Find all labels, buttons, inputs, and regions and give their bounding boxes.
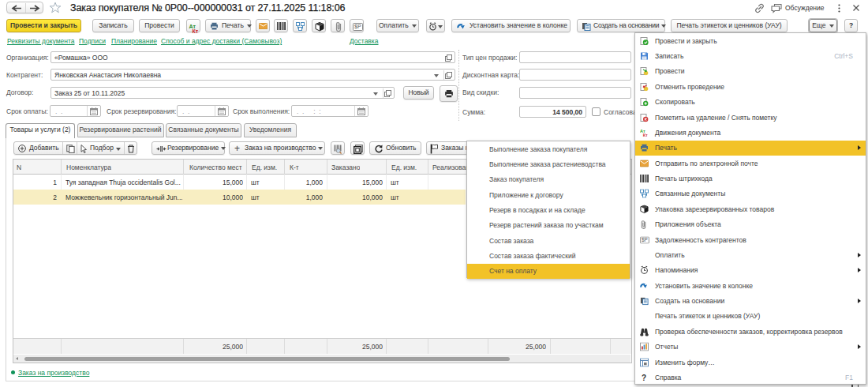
svg-text:$Р: $Р xyxy=(641,237,647,242)
svg-text:$Р: $Р xyxy=(354,24,361,29)
svg-text:Кт: Кт xyxy=(642,133,647,137)
